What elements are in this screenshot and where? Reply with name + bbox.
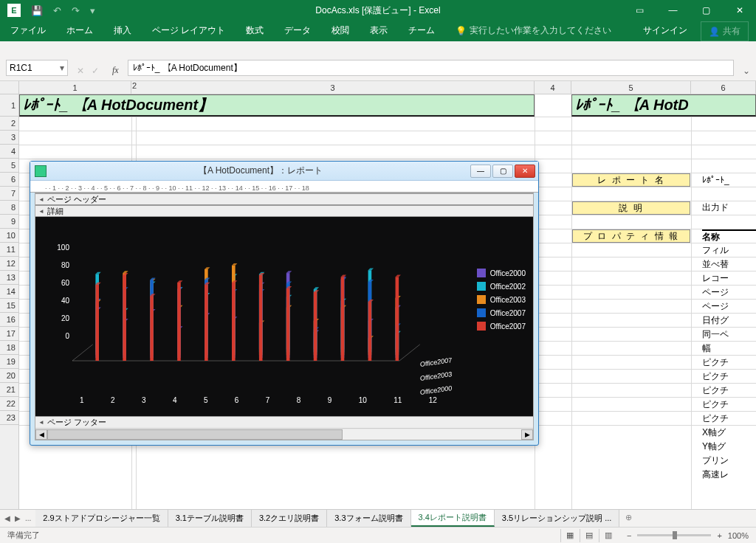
row-header-1[interactable]: 1 (0, 94, 18, 117)
report-section-detail[interactable]: 詳細 (35, 205, 533, 217)
report-maximize-button[interactable]: ▢ (492, 165, 513, 178)
name-box-input[interactable] (10, 63, 60, 73)
report-close-button[interactable]: ✕ (515, 165, 535, 178)
row-header-3[interactable]: 3 (0, 131, 18, 145)
sheet-tab[interactable]: 3.1テーブル説明書 (168, 510, 252, 527)
row-header-13[interactable]: 13 (0, 271, 18, 285)
row-header-4[interactable]: 4 (0, 145, 18, 159)
ribbon-options-icon[interactable]: ▭ (623, 0, 656, 21)
formula-expand-icon[interactable]: ⌄ (738, 66, 750, 76)
view-page-layout-icon[interactable]: ▤ (580, 529, 599, 542)
c6-item[interactable]: レコー (702, 272, 756, 286)
c6-item[interactable]: Y軸グ (702, 440, 756, 454)
qat-chevron-down-icon[interactable]: ▾ (90, 5, 95, 16)
row-header-6[interactable]: 6 (0, 173, 18, 187)
c6-item[interactable]: 高速レ (702, 468, 756, 482)
row-header-16[interactable]: 16 (0, 313, 18, 327)
tab-review[interactable]: 校閲 (321, 20, 360, 41)
sheet-nav-next-icon[interactable]: ▶ (15, 514, 21, 522)
enter-icon[interactable]: ✓ (92, 66, 99, 76)
c6-item[interactable]: ピクチ (702, 398, 756, 412)
sheet-tab[interactable]: 2.9ストアドプロシージャー一覧 (35, 510, 168, 527)
zoom-out-icon[interactable]: − (627, 531, 631, 540)
maximize-button[interactable]: ▢ (690, 0, 723, 21)
scroll-thumb[interactable] (47, 429, 343, 440)
sheet-tab[interactable]: 3.2クエリ説明書 (252, 510, 327, 527)
sheet-nav[interactable]: ◀ ▶ ... (0, 510, 35, 527)
row-header-19[interactable]: 19 (0, 355, 18, 369)
col-header-6[interactable]: 6 (691, 81, 756, 94)
report-window-titlebar[interactable]: 【A HotDocument】：レポート ― ▢ ✕ (30, 162, 538, 181)
zoom-level[interactable]: 100% (728, 531, 749, 540)
cancel-icon[interactable]: ✕ (77, 66, 84, 76)
row-header-15[interactable]: 15 (0, 299, 18, 313)
close-button[interactable]: ✕ (723, 0, 756, 21)
report-chart[interactable]: 100 80 60 40 20 0 Office2007 Office2003 (35, 217, 533, 416)
row-header-18[interactable]: 18 (0, 341, 18, 355)
c6-item[interactable]: 並べ替 (702, 257, 756, 272)
view-page-break-icon[interactable]: ▥ (599, 529, 618, 542)
row-header-23[interactable]: 23 (0, 411, 18, 425)
row-header-10[interactable]: 10 (0, 229, 18, 243)
view-normal-icon[interactable]: ▦ (560, 529, 580, 542)
row-header-8[interactable]: 8 (0, 201, 18, 215)
c6-item[interactable]: X軸グ (702, 426, 756, 440)
share-button[interactable]: 👤 共有 (701, 21, 749, 41)
sheet-nav-dots[interactable]: ... (25, 514, 31, 522)
tell-me-search[interactable]: 💡 実行したい作業を入力してください (445, 20, 622, 41)
minimize-button[interactable]: ― (656, 0, 690, 21)
sheet-nav-prev-icon[interactable]: ◀ (4, 514, 10, 522)
row-header-14[interactable]: 14 (0, 285, 18, 299)
c6-item[interactable]: ページ (702, 286, 756, 300)
formula-input[interactable]: ﾚﾎﾟｰﾄ_ 【A HotDocument】 (128, 60, 734, 76)
save-icon[interactable]: 💾 (31, 5, 43, 16)
c6-r5[interactable]: 出力ド (702, 201, 756, 215)
row-header-5[interactable]: 5 (0, 159, 18, 173)
col-header-1[interactable]: 1 (19, 81, 131, 94)
row-header-20[interactable]: 20 (0, 369, 18, 383)
tab-view[interactable]: 表示 (360, 20, 398, 41)
c6-item[interactable]: 幅 (702, 342, 756, 356)
c6-item[interactable]: 日付グ (702, 314, 756, 328)
scroll-right-icon[interactable]: ▶ (521, 429, 533, 440)
tag-description[interactable]: 説 明 (572, 201, 690, 215)
name-box[interactable]: ▾ (6, 60, 68, 76)
c6-item[interactable]: ピクチ (702, 384, 756, 398)
cell-title-1[interactable]: ﾚﾎﾟｰﾄ_ 【A HotDocument】 (19, 94, 535, 117)
tab-team[interactable]: チーム (398, 20, 445, 41)
col-header-2[interactable]: 2 (132, 81, 137, 90)
row-header-7[interactable]: 7 (0, 187, 18, 201)
c6-item[interactable]: ページ (702, 300, 756, 314)
c6-item[interactable]: 同一ペ (702, 328, 756, 342)
tab-insert[interactable]: 挿入 (103, 20, 142, 41)
row-header-9[interactable]: 9 (0, 215, 18, 229)
tab-data[interactable]: データ (274, 20, 321, 41)
signin-button[interactable]: サインイン (630, 20, 701, 41)
row-header-22[interactable]: 22 (0, 397, 18, 411)
row-header-12[interactable]: 12 (0, 257, 18, 271)
sheet-tab[interactable]: 3.5リレーションシップ説明 ... (495, 510, 620, 527)
tag-report-name[interactable]: レ ポ ー ト 名 (572, 173, 690, 187)
zoom-control[interactable]: − + 100% (627, 531, 749, 540)
c6-item[interactable]: ピクチ (702, 412, 756, 426)
c6-item[interactable]: ピクチ (702, 370, 756, 384)
add-sheet-button[interactable]: ⊕ (619, 510, 638, 527)
report-section-footer[interactable]: ページ フッター (35, 416, 533, 428)
sheet-tab[interactable]: 3.3フォーム説明書 (327, 510, 410, 527)
row-header-2[interactable]: 2 (0, 117, 18, 131)
tab-page-layout[interactable]: ページ レイアウト (142, 20, 236, 41)
report-hscrollbar[interactable]: ◀ ▶ (35, 428, 533, 440)
zoom-in-icon[interactable]: + (717, 531, 721, 540)
redo-icon[interactable]: ↷ (72, 5, 80, 16)
zoom-slider[interactable] (637, 534, 711, 536)
undo-icon[interactable]: ↶ (53, 5, 61, 16)
row-header-17[interactable]: 17 (0, 327, 18, 341)
report-minimize-button[interactable]: ― (470, 165, 491, 178)
c6-item[interactable]: プリン (702, 454, 756, 468)
c6-r3[interactable]: ﾚﾎﾟｰﾄ_ (702, 173, 756, 187)
sheet-tab-active[interactable]: 3.4レポート説明書 (411, 510, 495, 527)
report-section-header[interactable]: ページ ヘッダー (35, 193, 533, 205)
col-header-4[interactable]: 4 (535, 81, 571, 94)
tag-property-info[interactable]: プ ロ パ テ ィ 情 報 (572, 229, 690, 243)
c6-item[interactable]: ピクチ (702, 356, 756, 370)
